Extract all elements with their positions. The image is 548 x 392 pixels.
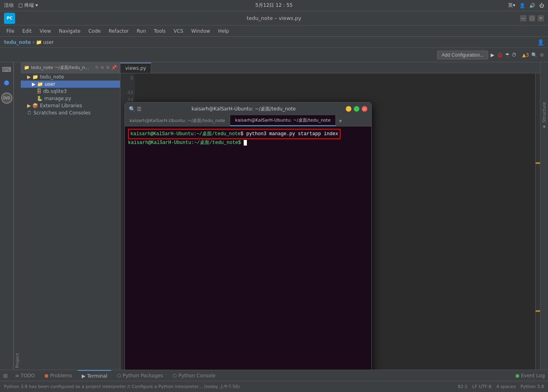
- terminal-menu-icon[interactable]: ☰: [137, 106, 142, 112]
- terminal-label[interactable]: □ 终端 ▾: [18, 2, 38, 9]
- chrome-icon[interactable]: ●: [1, 77, 12, 88]
- event-log-label[interactable]: Event Log: [521, 373, 545, 378]
- menu-tools[interactable]: Tools: [151, 28, 169, 35]
- status-bar-right: 82:1 LF UTF-8 4 spaces Python 3.8: [458, 384, 544, 389]
- tree-item-ext-libs[interactable]: ▶ 📦 External Libraries: [21, 102, 120, 109]
- account-icon[interactable]: 👤: [537, 39, 544, 45]
- status-bar-left: Python 3.8 has been configured as a proj…: [4, 384, 240, 390]
- lang-indicator[interactable]: 英▾: [508, 2, 515, 9]
- db-icon-file: 🗄: [37, 89, 41, 94]
- folder-icon-user: ▶: [32, 81, 35, 87]
- menu-help[interactable]: Help: [215, 28, 232, 35]
- system-bar-clock: 5月12日 12：55: [255, 2, 292, 9]
- profile-button[interactable]: ⏱: [512, 52, 516, 58]
- bottom-tabs: ⊞ ≡ TODO ● Problems ▶ Terminal ⬡ Python …: [0, 370, 548, 381]
- scrollbar-warning-marker2: [536, 310, 540, 312]
- dvd-icon: DVD: [1, 93, 12, 104]
- cursor-position: 82:1: [458, 384, 468, 389]
- menu-refactor[interactable]: Refactor: [105, 28, 132, 35]
- tree-label-user: user: [45, 81, 55, 87]
- apps-icon[interactable]: ⊞: [3, 372, 10, 379]
- terminal-cmd-highlight-box: kaisarh@KalSarH-Ubuntu:~/桌面/tedu_note$ p…: [128, 129, 341, 139]
- terminal-close-button[interactable]: ✕: [362, 106, 367, 112]
- folder-icon-tedu: ▶: [27, 74, 31, 80]
- pin-icon[interactable]: 📌: [111, 65, 117, 70]
- coverage-button[interactable]: ☂: [505, 52, 510, 58]
- menu-edit[interactable]: Edit: [19, 28, 35, 35]
- tree-item-user[interactable]: ▶ 📁 user: [21, 81, 120, 88]
- power-icon[interactable]: ⏻: [539, 3, 544, 8]
- terminal-maximize-button[interactable]: □: [354, 106, 359, 112]
- interpreter-status: Python 3.8 has been configured as a proj…: [4, 384, 240, 390]
- settings-icon[interactable]: ⚙: [540, 52, 544, 58]
- problems-icon: ●: [44, 373, 48, 378]
- terminal-minimize-button[interactable]: —: [346, 106, 351, 112]
- python-packages-icon: ⬡: [117, 373, 121, 378]
- project-header-label: 📁: [24, 65, 30, 70]
- scrollbar-track[interactable]: [535, 73, 540, 370]
- terminal-tabs: kaisarh@KalSarH-Ubuntu: ~/桌面/tedu_note k…: [125, 115, 371, 126]
- menu-file[interactable]: File: [3, 28, 18, 35]
- tab-views-py[interactable]: views.py: [120, 63, 151, 73]
- terminal-controls: — □ ✕: [346, 106, 367, 112]
- editor-area: views.py 8 43 44 45 46 47 48 49 50 51 52…: [120, 62, 540, 370]
- bottom-tab-todo[interactable]: ≡ TODO: [11, 370, 39, 381]
- terminal-cmd-text: $ python3 manage.py startapp index: [240, 131, 338, 137]
- tree-label-db: db.sqlite3: [43, 89, 67, 94]
- terminal-body[interactable]: kaisarh@KalSarH-Ubuntu:~/桌面/tedu_note$ p…: [125, 126, 371, 370]
- terminal-search-icon[interactable]: 🔍: [129, 106, 135, 112]
- run-button[interactable]: ▶: [491, 52, 494, 58]
- menu-bar: File Edit View Navigate Code Refactor Ru…: [0, 26, 548, 37]
- add-config-button[interactable]: Add Configuration...: [437, 51, 488, 59]
- activities-label[interactable]: 活动: [4, 2, 14, 9]
- terminal-window: 🔍 ☰ kaisarh@KalSarH-Ubuntu: ~/桌面/tedu_no…: [124, 102, 372, 370]
- window-controls: — □ ✕: [520, 15, 544, 22]
- menu-window[interactable]: Window: [188, 28, 213, 35]
- menu-run[interactable]: Run: [134, 28, 149, 35]
- search-button[interactable]: 🔍: [531, 52, 537, 58]
- minimize-button[interactable]: —: [520, 15, 526, 22]
- editor-tabs: views.py: [120, 62, 540, 73]
- debug-button[interactable]: 🐞: [497, 52, 503, 58]
- project-tree: ▶ 📁 tedu_note ▶ 📁 user 🗄 db.sqlite3 🐍 ma…: [21, 73, 120, 370]
- close-button[interactable]: ✕: [538, 15, 544, 22]
- terminal-new-tab-icon[interactable]: ▾: [336, 118, 345, 124]
- python-version: Python 3.8: [520, 384, 544, 389]
- menu-vcs[interactable]: VCS: [170, 28, 186, 35]
- bottom-tab-python-console[interactable]: ⬡ Python Console: [169, 370, 220, 381]
- tree-item-manage[interactable]: 🐍 manage.py: [21, 95, 120, 102]
- title-bar: PC tedu_note – views.py — □ ✕: [0, 11, 548, 26]
- folder-user: 📁: [37, 81, 43, 87]
- folder-icon: 📁: [36, 39, 42, 45]
- tree-item-tedu-note[interactable]: ▶ 📁 tedu_note: [21, 73, 120, 81]
- system-bar-right: 英▾ 👤 🔊 ⏻: [508, 2, 544, 9]
- breadcrumb-project[interactable]: tedu_note: [4, 39, 31, 45]
- terminal-prompt-user: kaisarh@KalSarH-Ubuntu: [130, 131, 193, 137]
- volume-icon[interactable]: 🔊: [529, 3, 535, 8]
- toolbar: Add Configuration... ▶ 🐞 ☂ ⏱ ▲3 🔍 ⚙: [0, 48, 548, 62]
- settings-proj-icon[interactable]: ⚙: [106, 65, 110, 70]
- tree-item-scratches[interactable]: 🗒 Scratches and Consoles: [21, 109, 120, 116]
- structure-tab[interactable]: ★ Structure: [540, 62, 548, 370]
- menu-navigate[interactable]: Navigate: [56, 28, 84, 35]
- menu-code[interactable]: Code: [85, 28, 104, 35]
- terminal-tab-1[interactable]: kaisarh@KalSarH-Ubuntu: ~/桌面/tedu_note: [125, 115, 230, 126]
- terminal-tab-2[interactable]: kaisarh@KalSarH-Ubuntu: ~/桌面/tedu_note: [230, 115, 335, 126]
- folder-icon-ext: ▶: [27, 103, 31, 108]
- sync-icon[interactable]: ↻: [95, 65, 99, 70]
- bottom-tab-problems[interactable]: ● Problems: [40, 370, 76, 381]
- restore-button[interactable]: □: [529, 15, 535, 22]
- menu-view[interactable]: View: [36, 28, 54, 35]
- collapse-icon[interactable]: ≡: [101, 65, 104, 70]
- bottom-tab-terminal[interactable]: ▶ Terminal: [78, 370, 111, 381]
- terminal-titlebar: 🔍 ☰ kaisarh@KalSarH-Ubuntu: ~/桌面/tedu_no…: [125, 102, 371, 115]
- window-title: tedu_note – views.py: [247, 15, 302, 21]
- scratches-icon: 🗒: [27, 110, 32, 116]
- breadcrumb-sub[interactable]: 📁 user: [36, 39, 53, 45]
- breadcrumb-bar: tedu_note › 📁 user 👤: [0, 37, 548, 48]
- project-header: 📁 tedu_note ~/桌面/tedu_n... ↻ ≡ ⚙ 📌: [21, 62, 120, 73]
- tree-item-db[interactable]: 🗄 db.sqlite3: [21, 88, 120, 95]
- terminal-left-icon[interactable]: ⌨: [1, 64, 12, 75]
- bottom-tab-python-packages[interactable]: ⬡ Python Packages: [113, 370, 167, 381]
- scrollbar-warning-marker: [536, 162, 540, 164]
